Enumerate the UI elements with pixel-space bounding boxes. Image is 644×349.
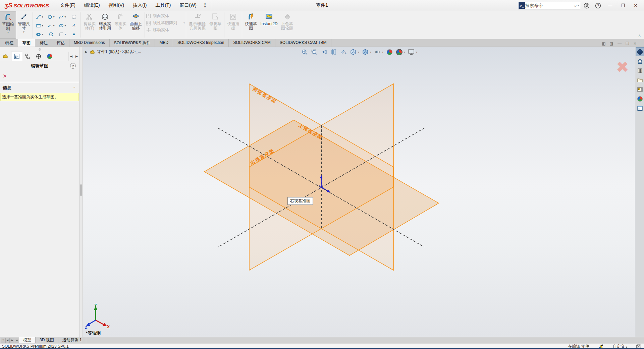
polygon-tool[interactable] bbox=[45, 30, 57, 39]
doc-restore-icon[interactable]: ❐ bbox=[626, 41, 629, 46]
scroll-last-icon[interactable]: ⏭ bbox=[15, 338, 19, 343]
view-orientation-caret-icon[interactable]: ▾ bbox=[358, 51, 359, 54]
spline-dropdown-icon[interactable]: ▾ bbox=[64, 15, 66, 18]
slot-dropdown-icon[interactable]: ▾ bbox=[42, 33, 43, 36]
view-settings-button[interactable] bbox=[408, 48, 415, 56]
arc-dropdown-icon[interactable]: ▾ bbox=[53, 24, 54, 27]
tab-sketch[interactable]: 草图 bbox=[18, 39, 35, 47]
ellipse-dropdown-icon[interactable]: ▾ bbox=[64, 24, 66, 27]
rapid-sketch-button[interactable]: 快速草 图 bbox=[243, 11, 259, 39]
display-style-caret-icon[interactable]: ▾ bbox=[370, 51, 371, 54]
rectangle-dropdown-icon[interactable]: ▾ bbox=[42, 24, 43, 27]
ellipse-tool[interactable]: ▾ bbox=[57, 21, 68, 30]
tab-mbd-dimensions[interactable]: MBD Dimensions bbox=[69, 39, 110, 47]
panel-help-icon[interactable]: ? bbox=[70, 63, 76, 69]
appearances-button[interactable] bbox=[636, 94, 644, 103]
tab-mbd[interactable]: MBD bbox=[155, 39, 173, 47]
tab-sw-addins[interactable]: SOLIDWORKS 插件 bbox=[110, 39, 155, 47]
circle-dropdown-icon[interactable]: ▾ bbox=[53, 15, 54, 18]
help-button[interactable]: ? bbox=[593, 1, 603, 10]
custom-properties-button[interactable] bbox=[636, 104, 644, 113]
panel-viewport-splitter[interactable] bbox=[79, 47, 83, 337]
rectangle-tool[interactable]: ▾ bbox=[34, 21, 45, 30]
model-tab[interactable]: 模型 bbox=[19, 337, 36, 343]
fillet-dropdown-icon[interactable]: ▾ bbox=[64, 33, 66, 36]
feature-manager-tab[interactable] bbox=[0, 52, 11, 61]
previous-view-button[interactable] bbox=[320, 48, 328, 56]
search-options-caret-icon[interactable]: ▾ bbox=[578, 4, 580, 7]
graphics-viewport[interactable]: 前视基准面 上视基准面 右视基准面 ▶ 零件1 (默认) <<默认>_... bbox=[83, 47, 635, 337]
design-library-button[interactable] bbox=[636, 66, 644, 75]
scroll-prev-icon[interactable]: ◀ bbox=[5, 338, 10, 343]
info-section-header[interactable]: 信息 ⌃ bbox=[0, 82, 79, 93]
pin-menu-icon[interactable]: ⊶ bbox=[203, 3, 208, 8]
dock-right-icon[interactable]: ◨ bbox=[610, 41, 613, 46]
search-icon[interactable]: ⌕ bbox=[574, 3, 578, 8]
panel-tab-scroll-left[interactable]: ◀ bbox=[68, 52, 74, 61]
convert-entities-button[interactable]: 转换实 体引用 bbox=[97, 11, 113, 39]
display-manager-tab[interactable] bbox=[44, 52, 55, 61]
menu-edit[interactable]: 编辑(E) bbox=[80, 0, 104, 10]
sketch-dropdown-icon[interactable]: ▾ bbox=[7, 31, 9, 34]
annotation-view-button[interactable]: A bbox=[340, 48, 347, 56]
edit-appearance-button[interactable] bbox=[386, 48, 393, 56]
menu-window[interactable]: 窗口(W) bbox=[175, 0, 201, 10]
slot-tool[interactable]: ▾ bbox=[34, 30, 45, 39]
property-manager-tab[interactable] bbox=[11, 52, 22, 61]
point-tool[interactable] bbox=[68, 30, 79, 39]
tab-sw-cam-tbm[interactable]: SOLIDWORKS CAM TBM bbox=[275, 39, 331, 47]
zoom-to-fit-button[interactable] bbox=[301, 48, 308, 56]
menu-file[interactable]: 文件(F) bbox=[56, 0, 80, 10]
ribbon-collapse-chevron-icon[interactable]: ˄ bbox=[639, 34, 641, 38]
offset-on-surface-button[interactable]: 曲面上 偏移 bbox=[128, 11, 144, 39]
apply-scene-button[interactable] bbox=[395, 48, 403, 56]
restore-button[interactable]: ❐ bbox=[617, 1, 629, 10]
minimize-button[interactable]: — bbox=[604, 1, 616, 10]
panel-cancel-button[interactable]: ✕ bbox=[3, 73, 9, 79]
collapse-chevron-icon[interactable]: ⌃ bbox=[73, 86, 76, 90]
confirmation-corner-cancel-icon[interactable]: ✖ bbox=[616, 60, 629, 74]
3d-views-tab[interactable]: 3D 视图 bbox=[36, 337, 58, 343]
section-view-button[interactable] bbox=[330, 48, 337, 56]
view-palette-button[interactable] bbox=[636, 85, 644, 94]
smart-dimension-dropdown-icon[interactable]: ▾ bbox=[23, 31, 24, 34]
tab-evaluate[interactable]: 评估 bbox=[52, 39, 69, 47]
home-button[interactable] bbox=[636, 57, 644, 66]
panel-splitter-handle[interactable] bbox=[0, 47, 79, 52]
tab-features[interactable]: 特征 bbox=[1, 39, 18, 47]
zoom-to-area-button[interactable] bbox=[311, 48, 318, 56]
flyout-arrow-icon[interactable]: ▶ bbox=[85, 50, 88, 54]
splitter-grip[interactable] bbox=[80, 184, 82, 196]
close-button[interactable]: ✕ bbox=[630, 1, 641, 10]
menu-insert[interactable]: 插入(I) bbox=[128, 0, 151, 10]
doc-close-icon[interactable]: ✕ bbox=[633, 41, 637, 46]
fillet-tool[interactable]: ▾ bbox=[57, 30, 68, 39]
tab-sw-cam[interactable]: SOLIDWORKS CAM bbox=[229, 39, 275, 47]
display-style-button[interactable] bbox=[362, 48, 369, 56]
scroll-next-icon[interactable]: ▶ bbox=[10, 338, 14, 343]
apply-scene-caret-icon[interactable]: ▾ bbox=[404, 51, 405, 54]
view-settings-caret-icon[interactable]: ▾ bbox=[416, 51, 417, 54]
spline-tool[interactable]: ▾ bbox=[57, 12, 68, 21]
menu-tools[interactable]: 工具(T) bbox=[151, 0, 175, 10]
search-input[interactable] bbox=[525, 3, 574, 8]
smart-dimension-button[interactable]: 智能尺 寸 ▾ bbox=[16, 11, 32, 39]
text-tool[interactable]: A bbox=[68, 21, 79, 30]
arc-tool[interactable]: ▾ bbox=[45, 21, 57, 30]
feature-tree-flyout[interactable]: ▶ 零件1 (默认) <<默认>_... bbox=[85, 49, 141, 55]
view-orientation-button[interactable] bbox=[350, 48, 357, 56]
circle-tool[interactable]: ▾ bbox=[45, 12, 57, 21]
hide-show-caret-icon[interactable]: ▾ bbox=[382, 51, 383, 54]
status-tag-icon[interactable] bbox=[636, 344, 641, 349]
tab-sw-inspection[interactable]: SOLIDWORKS Inspection bbox=[173, 39, 229, 47]
dimxpert-manager-tab[interactable] bbox=[33, 52, 44, 61]
instant2d-button[interactable]: Instant2D bbox=[259, 11, 279, 39]
motion-study-tab[interactable]: 运动算例 1 bbox=[58, 337, 86, 343]
file-explorer-button[interactable] bbox=[636, 75, 644, 84]
document-tree-label[interactable]: 零件1 (默认) <<默认>_... bbox=[97, 49, 141, 55]
user-account-button[interactable] bbox=[582, 1, 592, 10]
tab-annotate[interactable]: 标注 bbox=[35, 39, 52, 47]
menu-view[interactable]: 视图(V) bbox=[104, 0, 129, 10]
line-tool[interactable]: ▾ bbox=[34, 12, 45, 21]
hide-show-items-button[interactable] bbox=[374, 48, 381, 56]
